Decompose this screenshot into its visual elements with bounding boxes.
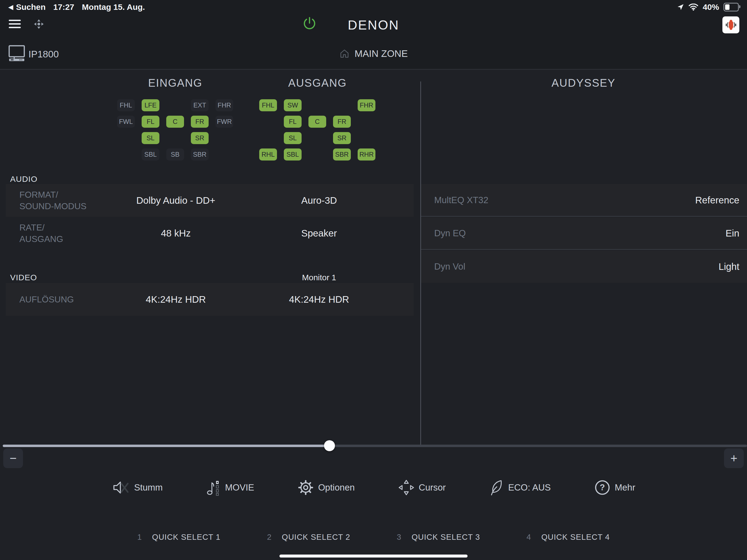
gear-icon (298, 480, 314, 495)
audyssey-row-value: Reference (695, 195, 739, 206)
quick-select-3[interactable]: 3QUICK SELECT 3 (397, 533, 480, 542)
speaker-output-sw: SW (284, 99, 302, 111)
back-to-app-link[interactable]: ◀ Suchen (8, 2, 46, 12)
svg-text:?: ? (600, 483, 605, 492)
wifi-icon (689, 4, 698, 11)
heos-app-icon[interactable] (722, 17, 739, 33)
quick-select-number: 1 (137, 533, 141, 542)
speaker-output-sr: SR (333, 132, 351, 144)
quick-select-1[interactable]: 1QUICK SELECT 1 (137, 533, 221, 542)
speaker-input-fhr: FHR (215, 99, 233, 111)
format-value-input: Dolby Audio - DD+ (136, 195, 215, 206)
header-content-divider (0, 69, 747, 70)
quick-select-4[interactable]: 4QUICK SELECT 4 (526, 533, 610, 542)
speaker-input-lfe: LFE (141, 99, 159, 111)
quick-select-number: 4 (526, 533, 531, 542)
back-triangle-icon: ◀ (8, 3, 13, 11)
speaker-output-sl: SL (284, 132, 302, 144)
denon-remote-app-screen: ◀ Suchen 17:27 Montag 15. Aug. 40% (0, 0, 747, 560)
speaker-output-fhl: FHL (259, 99, 277, 111)
audyssey-row-multeq-xt32[interactable]: MultEQ XT32Reference (421, 184, 747, 217)
device-name[interactable]: IP1800 (28, 49, 59, 59)
question-circle-icon: ? (594, 480, 610, 495)
speaker-output-fr: FR (333, 116, 351, 128)
speaker-input-sl: SL (141, 132, 159, 144)
zone-selector[interactable]: MAIN ZONE (339, 48, 408, 59)
rate-value-input: 48 kHz (161, 228, 191, 239)
sound-mode-button[interactable]: MOVIE (206, 479, 254, 496)
quick-select-label: QUICK SELECT 1 (152, 533, 221, 542)
options-button[interactable]: Optionen (298, 479, 355, 496)
quick-select-label: QUICK SELECT 4 (541, 533, 610, 542)
more-button[interactable]: ? Mehr (594, 479, 635, 496)
leaf-icon (489, 479, 504, 496)
back-to-app-label: Suchen (16, 2, 45, 12)
speaker-input-fr: FR (191, 116, 209, 128)
audyssey-row-value: Ein (725, 228, 739, 239)
speaker-output-fhr: FHR (358, 99, 376, 111)
speaker-input-fwl: FWL (117, 116, 135, 128)
audyssey-row-dyn-eq[interactable]: Dyn EQEin (421, 217, 747, 250)
speaker-input-c: C (166, 116, 184, 128)
music-note-icon (206, 479, 221, 496)
options-label: Optionen (318, 482, 355, 493)
home-indicator[interactable] (279, 555, 468, 558)
speaker-output-sbl: SBL (284, 149, 302, 160)
audyssey-row-label: MultEQ XT32 (434, 195, 488, 205)
output-section-title: AUSGANG (288, 77, 347, 89)
power-button[interactable] (303, 17, 316, 31)
speaker-output-rhl: RHL (259, 149, 277, 160)
status-time: 17:27 (53, 2, 74, 12)
cursor-button[interactable]: Cursor (398, 479, 446, 496)
speaker-input-sbr: SBR (191, 149, 209, 160)
battery-percent-label: 40% (703, 2, 719, 12)
sound-mode-label: MOVIE (225, 482, 254, 493)
quick-select-bar: 1QUICK SELECT 12QUICK SELECT 23QUICK SEL… (0, 533, 747, 542)
receiver-monitor-icon[interactable] (8, 45, 26, 62)
mute-button[interactable]: Stumm (112, 479, 163, 496)
volume-down-button[interactable]: − (3, 449, 23, 468)
status-date: Montag 15. Aug. (82, 2, 145, 12)
four-arrows-icon (398, 480, 414, 495)
speaker-output-c: C (308, 116, 326, 128)
quick-select-2[interactable]: 2QUICK SELECT 2 (267, 533, 350, 542)
monitor-label: Monitor 1 (302, 273, 336, 282)
volume-slider[interactable] (3, 444, 747, 447)
audyssey-row-label: Dyn EQ (434, 228, 466, 238)
speaker-input-sbl: SBL (141, 149, 159, 160)
eco-label: ECO: AUS (508, 482, 551, 493)
format-sound-mode-label: FORMAT/ SOUND-MODUS (19, 189, 86, 212)
audyssey-section-title: AUDYSSEY (551, 77, 616, 89)
speaker-input-fwr: FWR (215, 116, 233, 128)
speaker-input-ext: EXT (191, 99, 209, 111)
resolution-value-input: 4K:24Hz HDR (146, 294, 206, 305)
audio-block-title: AUDIO (10, 175, 37, 184)
volume-up-button[interactable]: + (724, 449, 744, 468)
rate-output-label: RATE/ AUSGANG (19, 222, 63, 245)
bottom-toolbar: Stumm MOVIE (0, 479, 747, 496)
eco-button[interactable]: ECO: AUS (489, 479, 551, 496)
location-arrow-icon (677, 4, 684, 11)
resolution-value-output: 4K:24Hz HDR (289, 294, 349, 305)
audyssey-row-dyn-vol[interactable]: Dyn VolLight (421, 250, 747, 283)
menu-button[interactable] (9, 20, 21, 28)
video-block-title: VIDEO (10, 273, 37, 282)
mute-speaker-icon (112, 480, 130, 495)
speaker-input-sb: SB (166, 149, 184, 160)
volume-slider-knob[interactable] (324, 440, 335, 451)
quick-select-label: QUICK SELECT 2 (282, 533, 350, 542)
speaker-output-fl: FL (284, 116, 302, 128)
mute-label: Stumm (134, 482, 163, 493)
quick-select-label: QUICK SELECT 3 (412, 533, 480, 542)
more-label: Mehr (615, 482, 635, 493)
speaker-input-fhl: FHL (117, 99, 135, 111)
battery-icon (723, 3, 739, 11)
audyssey-row-value: Light (719, 261, 739, 272)
speaker-output-sbr: SBR (333, 149, 351, 160)
status-bar: ◀ Suchen 17:27 Montag 15. Aug. 40% (0, 0, 747, 13)
rate-value-output: Speaker (301, 228, 337, 239)
brand-logo: DENON (348, 18, 399, 32)
cursor-pad-icon[interactable] (33, 19, 44, 29)
zone-label: MAIN ZONE (355, 48, 408, 59)
volume-slider-fill (3, 444, 331, 447)
